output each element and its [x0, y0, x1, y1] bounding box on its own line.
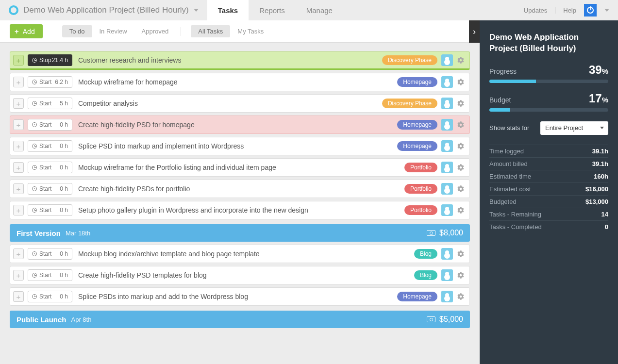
person-icon: [445, 143, 449, 147]
assignee-avatar[interactable]: [441, 162, 453, 173]
sidebar-toggle[interactable]: ›: [469, 20, 480, 43]
add-subtask-button[interactable]: +: [13, 55, 24, 66]
tab-manage[interactable]: Manage: [296, 0, 343, 20]
filter-my[interactable]: My Tasks: [230, 25, 271, 37]
timer-button[interactable]: Stop 21.4 h: [28, 54, 72, 66]
person-icon: [445, 79, 449, 83]
tab-tasks[interactable]: Tasks: [207, 0, 249, 20]
timer-action: Start: [39, 164, 51, 171]
add-subtask-button[interactable]: +: [13, 141, 24, 151]
task-row[interactable]: + Start 0 h Splice PSD into markup and i…: [10, 137, 470, 155]
view-inreview[interactable]: In Review: [92, 25, 134, 37]
power-button[interactable]: [584, 4, 597, 17]
assignee-avatar[interactable]: [441, 98, 453, 109]
add-button[interactable]: + Add: [10, 24, 43, 38]
task-tag[interactable]: Portfolio: [404, 163, 437, 172]
task-tag[interactable]: Portfolio: [404, 184, 437, 194]
tab-reports[interactable]: Reports: [249, 0, 296, 20]
timer-hours: 5 h: [60, 100, 68, 107]
timer-button[interactable]: Start 0 h: [28, 183, 72, 195]
task-tag[interactable]: Homepage: [397, 77, 437, 87]
timer-button[interactable]: Start 0 h: [28, 162, 72, 173]
task-settings-button[interactable]: [457, 164, 465, 171]
add-subtask-button[interactable]: +: [13, 119, 24, 130]
timer-button[interactable]: Start 0 h: [28, 269, 72, 281]
task-tag[interactable]: Homepage: [397, 120, 437, 130]
task-row[interactable]: + Start 0 h Create high-fidelity PSD tem…: [10, 266, 470, 284]
project-title[interactable]: Demo Web Application Project (Billed Hou…: [23, 5, 199, 15]
assignee-avatar[interactable]: [441, 269, 453, 281]
milestone-row[interactable]: Public Launch Apr 8th $5,000: [10, 311, 470, 328]
assignee-avatar[interactable]: [441, 119, 453, 131]
task-title: Create high-fidelity PSD for homepage: [76, 121, 393, 129]
task-settings-button[interactable]: [457, 293, 465, 300]
task-settings-button[interactable]: [457, 271, 465, 279]
task-tag[interactable]: Homepage: [397, 141, 437, 151]
task-title: Mockup wireframe for homepage: [76, 78, 393, 86]
task-tag[interactable]: Blog: [414, 270, 437, 280]
task-row[interactable]: + Stop 21.4 h Customer research and inte…: [10, 51, 470, 70]
assignee-avatar[interactable]: [441, 76, 453, 88]
task-row[interactable]: + Start 0 h Create high-fidelity PSD for…: [10, 116, 470, 134]
add-subtask-button[interactable]: +: [13, 98, 24, 109]
project-icon: [9, 5, 18, 15]
task-title: Create high-fidelity PSDs for portfolio: [76, 185, 401, 193]
task-tag[interactable]: Portfolio: [404, 205, 437, 215]
task-settings-button[interactable]: [457, 250, 465, 258]
task-row[interactable]: + Start 0 h Mockup wireframe for the Por…: [10, 158, 470, 177]
task-settings-button[interactable]: [457, 78, 465, 86]
milestone-amount: $8,000: [427, 229, 463, 237]
task-settings-button[interactable]: [457, 56, 465, 64]
task-tag[interactable]: Blog: [414, 249, 437, 259]
task-settings-button[interactable]: [457, 185, 465, 193]
timer-button[interactable]: Start 0 h: [28, 204, 72, 216]
task-row[interactable]: + Start 0 h Mockup blog index/archive te…: [10, 245, 470, 263]
plus-icon: +: [15, 27, 19, 35]
add-subtask-button[interactable]: +: [13, 183, 24, 194]
timer-button[interactable]: Start 6.2 h: [28, 76, 72, 88]
assignee-avatar[interactable]: [441, 140, 453, 152]
timer-button[interactable]: Start 5 h: [28, 98, 72, 109]
assignee-avatar[interactable]: [441, 54, 453, 66]
filter-all[interactable]: All Tasks: [191, 25, 230, 37]
add-subtask-button[interactable]: +: [13, 77, 24, 87]
assignee-avatar[interactable]: [441, 291, 453, 302]
add-subtask-button[interactable]: +: [13, 162, 24, 173]
view-todo[interactable]: To do: [62, 25, 92, 37]
stat-row: Amount billed39.1h: [489, 157, 608, 170]
task-row[interactable]: + Start 5 h Competitor analysis Discover…: [10, 94, 470, 113]
task-settings-button[interactable]: [457, 121, 465, 129]
stats-for-row: Show stats for Entire Project: [489, 121, 608, 135]
add-subtask-button[interactable]: +: [13, 248, 24, 259]
add-subtask-button[interactable]: +: [13, 291, 24, 302]
add-subtask-button[interactable]: +: [13, 205, 24, 215]
budget-bar: [489, 108, 608, 112]
milestone-row[interactable]: First Version Mar 18th $8,000: [10, 224, 470, 242]
assignee-avatar[interactable]: [441, 183, 453, 195]
clock-icon: [32, 251, 37, 256]
task-title: Setup photo gallery plugin in Wordpress …: [76, 206, 401, 214]
clock-icon: [32, 144, 37, 149]
add-subtask-button[interactable]: +: [13, 270, 24, 281]
help-link[interactable]: Help: [563, 7, 576, 14]
task-row[interactable]: + Start 6.2 h Mockup wireframe for homep…: [10, 73, 470, 91]
assignee-avatar[interactable]: [441, 248, 453, 260]
updates-link[interactable]: Updates: [524, 7, 547, 14]
view-approved[interactable]: Approved: [134, 25, 176, 37]
timer-button[interactable]: Start 0 h: [28, 248, 72, 260]
task-tag[interactable]: Discovery Phase: [382, 99, 437, 108]
task-row[interactable]: + Start 0 h Create high-fidelity PSDs fo…: [10, 180, 470, 198]
task-settings-button[interactable]: [457, 206, 465, 214]
timer-button[interactable]: Start 0 h: [28, 291, 72, 302]
task-settings-button[interactable]: [457, 142, 465, 150]
task-tag[interactable]: Homepage: [397, 292, 437, 301]
timer-button[interactable]: Start 0 h: [28, 119, 72, 131]
task-tag[interactable]: Discovery Phase: [382, 55, 437, 65]
stats-scope-select[interactable]: Entire Project: [540, 121, 608, 135]
account-chevron-icon[interactable]: [604, 9, 609, 12]
timer-button[interactable]: Start 0 h: [28, 140, 72, 152]
task-row[interactable]: + Start 0 h Setup photo gallery plugin i…: [10, 201, 470, 219]
task-row[interactable]: + Start 0 h Splice PSDs into markup and …: [10, 287, 470, 306]
task-settings-button[interactable]: [457, 99, 465, 107]
assignee-avatar[interactable]: [441, 204, 453, 216]
